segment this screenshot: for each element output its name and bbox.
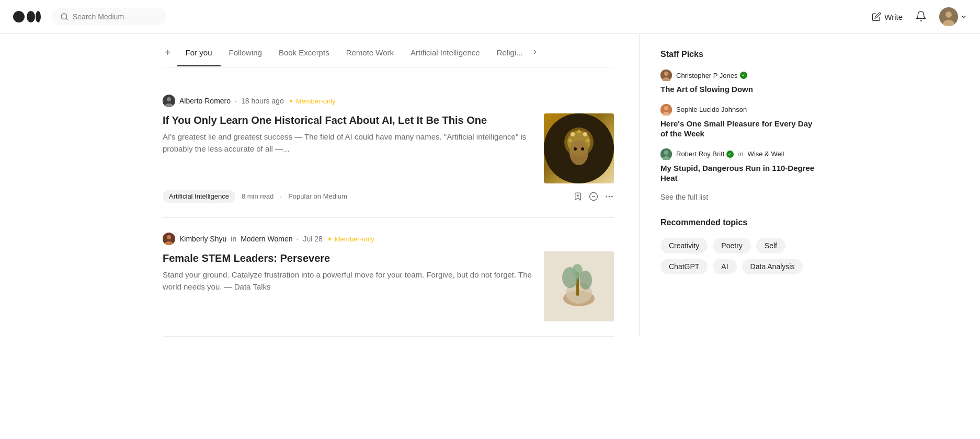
- tab-artificial-intelligence[interactable]: Artificial Intelligence: [402, 44, 488, 66]
- topic-chatgpt[interactable]: ChatGPT: [660, 259, 708, 274]
- article-meta: Kimberly Shyu in Modern Women · Jul 28 ✦…: [163, 233, 614, 245]
- search-input[interactable]: [73, 13, 158, 21]
- svg-point-43: [664, 106, 668, 110]
- author-avatar: [163, 233, 175, 245]
- avatar: [939, 7, 958, 26]
- staff-picks-title: Staff Picks: [660, 50, 817, 59]
- svg-point-14: [571, 132, 575, 136]
- topic-poetry[interactable]: Poetry: [713, 238, 750, 253]
- svg-point-17: [568, 139, 572, 142]
- save-button[interactable]: [573, 192, 583, 201]
- star-icon: ✦: [288, 97, 294, 105]
- svg-point-2: [36, 11, 41, 22]
- sp-avatar: [660, 148, 672, 160]
- svg-line-4: [66, 18, 67, 20]
- mute-button[interactable]: [589, 192, 598, 201]
- sp-meta: Robert Roy Britt ✓ in Wise & Well: [660, 148, 817, 160]
- sp-author-name[interactable]: Sophie Lucido Johnson: [676, 106, 747, 113]
- svg-point-9: [167, 97, 171, 101]
- recommended-topics-section: Recommended topics Creativity Poetry Sel…: [660, 218, 817, 274]
- search-icon: [60, 13, 69, 21]
- tabs-chevron-icon: ›: [533, 46, 537, 63]
- tab-remote-work[interactable]: Remote Work: [338, 44, 402, 66]
- article-thumbnail[interactable]: [544, 251, 614, 321]
- staff-pick-item: Christopher P Jones ✓ The Art of Slowing…: [660, 70, 817, 95]
- sp-article-title[interactable]: My Stupid, Dangerous Run in 110-Degree H…: [660, 163, 817, 183]
- topic-creativity[interactable]: Creativity: [660, 238, 708, 253]
- more-options-button[interactable]: [605, 192, 614, 201]
- publication-name[interactable]: Modern Women: [241, 235, 292, 243]
- more-icon: [605, 192, 614, 201]
- svg-point-3: [61, 14, 67, 19]
- tab-following[interactable]: Following: [221, 44, 270, 66]
- notification-button[interactable]: [915, 10, 927, 24]
- article-card: Kimberly Shyu in Modern Women · Jul 28 ✦…: [163, 218, 614, 337]
- svg-point-18: [586, 139, 589, 142]
- topic-ai[interactable]: AI: [713, 259, 736, 274]
- read-time: 8 min read: [242, 192, 274, 200]
- sp-meta: Christopher P Jones ✓: [660, 70, 817, 81]
- svg-point-21: [581, 147, 584, 151]
- see-full-list-link[interactable]: See the full list: [660, 193, 817, 201]
- svg-point-6: [945, 11, 952, 18]
- member-only-badge: ✦ Member-only: [327, 235, 374, 243]
- svg-point-1: [27, 11, 35, 22]
- author-name[interactable]: Kimberly Shyu: [179, 235, 226, 243]
- article-time: 18 hours ago: [241, 97, 284, 105]
- header: Write: [0, 0, 980, 34]
- bell-icon: [915, 10, 927, 22]
- write-label: Write: [884, 13, 903, 21]
- bookmark-icon: [573, 192, 583, 201]
- tab-for-you[interactable]: For you: [177, 44, 221, 66]
- user-menu[interactable]: [939, 7, 967, 26]
- sidebar: Staff Picks Christopher P Jones ✓: [640, 34, 817, 337]
- author-name[interactable]: Alberto Romero: [179, 97, 231, 105]
- sp-author-name[interactable]: Christopher P Jones ✓: [676, 72, 747, 79]
- svg-point-38: [572, 264, 583, 279]
- star-icon: ✦: [327, 235, 333, 243]
- sp-avatar: [660, 70, 672, 81]
- main-layout: + For you Following Book Excerpts Remote…: [150, 34, 830, 337]
- author-avatar: [163, 95, 175, 107]
- svg-point-0: [13, 11, 25, 22]
- svg-point-16: [577, 130, 580, 133]
- svg-point-40: [664, 72, 668, 76]
- svg-point-27: [609, 195, 610, 197]
- add-topic-button[interactable]: +: [163, 42, 177, 67]
- topic-self[interactable]: Self: [756, 238, 785, 253]
- tabs-bar: + For you Following Book Excerpts Remote…: [163, 34, 614, 67]
- write-button[interactable]: Write: [872, 12, 903, 21]
- write-icon: [872, 12, 881, 21]
- topic-data-analysis[interactable]: Data Analysis: [742, 259, 803, 274]
- article-tag[interactable]: Artificial Intelligence: [163, 190, 235, 203]
- svg-point-20: [574, 147, 577, 151]
- svg-point-28: [611, 195, 613, 197]
- chevron-down-icon: [960, 13, 967, 20]
- article-text: If You Only Learn One Historical Fact Ab…: [163, 113, 533, 161]
- tab-religion[interactable]: Religi...: [488, 44, 531, 66]
- svg-point-46: [664, 151, 668, 155]
- feed-column: + For you Following Book Excerpts Remote…: [163, 34, 640, 337]
- sp-article-title[interactable]: The Art of Slowing Down: [660, 84, 817, 95]
- article-meta: Alberto Romero · 18 hours ago ✦ Member-o…: [163, 95, 614, 107]
- tab-book-excerpts[interactable]: Book Excerpts: [270, 44, 338, 66]
- article-thumbnail[interactable]: [544, 113, 614, 183]
- logo[interactable]: [13, 8, 41, 25]
- article-excerpt: Stand your ground. Catalyze frustration …: [163, 269, 533, 293]
- article-title[interactable]: If You Only Learn One Historical Fact Ab…: [163, 113, 533, 127]
- article-date: Jul 28: [303, 235, 322, 243]
- staff-pick-item: Robert Roy Britt ✓ in Wise & Well My Stu…: [660, 148, 817, 183]
- topics-grid: Creativity Poetry Self ChatGPT AI Data A…: [660, 238, 817, 274]
- article-card: Alberto Romero · 18 hours ago ✦ Member-o…: [163, 80, 614, 218]
- svg-point-19: [569, 140, 588, 165]
- sp-article-title[interactable]: Here's One Small Pleasure for Every Day …: [660, 119, 817, 139]
- sp-avatar: [660, 104, 672, 115]
- sp-publication[interactable]: Wise & Well: [748, 150, 784, 158]
- footer-actions: [573, 192, 614, 201]
- article-text: Female STEM Leaders: Persevere Stand you…: [163, 251, 533, 299]
- search-bar[interactable]: [52, 8, 167, 25]
- sp-author-name[interactable]: Robert Roy Britt ✓: [676, 150, 734, 158]
- article-title[interactable]: Female STEM Leaders: Persevere: [163, 251, 533, 265]
- minus-circle-icon: [589, 192, 598, 201]
- article-excerpt: AI's greatest lie and greatest success —…: [163, 131, 533, 155]
